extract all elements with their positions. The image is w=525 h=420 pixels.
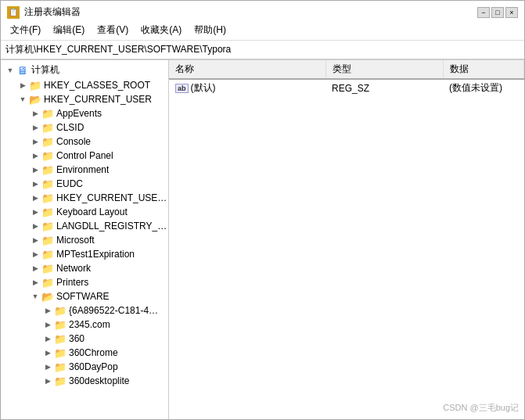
toggle-sub3[interactable]: ▶ — [41, 332, 54, 345]
window-title: 注册表编辑器 — [24, 5, 81, 19]
col-type: 类型 — [325, 60, 443, 79]
label-eudc: EUDC — [56, 178, 83, 189]
toggle-console[interactable]: ▶ — [29, 135, 41, 148]
folder-icon-hkcu: 📂 — [29, 93, 41, 106]
maximize-button[interactable]: □ — [491, 7, 504, 18]
tree-item-printers[interactable]: ▶ 📁 Printers — [1, 275, 168, 289]
label-sub3: 360 — [69, 333, 85, 344]
toggle-eudc[interactable]: ▶ — [29, 178, 41, 190]
toggle-clsid[interactable]: ▶ — [29, 121, 41, 134]
tree-item-sub5[interactable]: ▶ 📁 360DayPop — [1, 360, 168, 374]
address-bar: 计算机\HKEY_CURRENT_USER\SOFTWARE\Typora — [1, 41, 524, 59]
toggle-control-panel[interactable]: ▶ — [29, 149, 41, 162]
tree-item-control-panel[interactable]: ▶ 📁 Control Panel — [1, 149, 168, 163]
toggle-microsoft[interactable]: ▶ — [29, 234, 41, 246]
toggle-sub6[interactable]: ▶ — [41, 375, 54, 387]
toggle-network[interactable]: ▶ — [29, 262, 41, 275]
label-microsoft: Microsoft — [56, 235, 95, 246]
label-hkcr: HKEY_CLASSES_ROOT — [44, 80, 150, 91]
toggle-appevents[interactable]: ▶ — [29, 107, 41, 120]
menu-bar: 文件(F) 编辑(E) 查看(V) 收藏夹(A) 帮助(H) — [1, 20, 524, 41]
folder-icon-sub3: 📁 — [54, 332, 67, 345]
tree-item-sub4[interactable]: ▶ 📁 360Chrome — [1, 346, 168, 360]
folder-icon-sub1: 📁 — [54, 304, 67, 317]
folder-icon-sub4: 📁 — [54, 346, 67, 359]
folder-icon-appevents: 📁 — [41, 107, 54, 120]
tree-item-network[interactable]: ▶ 📁 Network — [1, 261, 168, 275]
label-sub2: 2345.com — [69, 319, 110, 330]
toggle-hkcu[interactable]: ▼ — [16, 93, 29, 106]
minimize-button[interactable]: − — [477, 7, 490, 18]
watermark: CSDN @三毛bug记 — [443, 402, 519, 414]
table-row[interactable]: ab (默认) REG_SZ (数值未设置) — [169, 79, 524, 96]
folder-icon-sub2: 📁 — [54, 318, 67, 331]
label-keyboard-layout: Keyboard Layout — [56, 206, 128, 217]
toggle-sub2[interactable]: ▶ — [41, 318, 54, 331]
tree-item-hkey-classes-root[interactable]: ▶ 📁 HKEY_CLASSES_ROOT — [1, 78, 168, 92]
folder-icon-mptest: 📁 — [41, 248, 54, 260]
tree-item-hkcu2[interactable]: ▶ 📁 HKEY_CURRENT_USE… — [1, 191, 168, 205]
toggle-environment[interactable]: ▶ — [29, 163, 41, 176]
toggle-hkcr[interactable]: ▶ — [16, 79, 29, 92]
tree-item-eudc[interactable]: ▶ 📁 EUDC — [1, 177, 168, 191]
toggle-sub4[interactable]: ▶ — [41, 346, 54, 359]
registry-editor-window: 📋 注册表编辑器 − □ × 文件(F) 编辑(E) 查看(V) 收藏夹(A) … — [0, 0, 525, 420]
tree-item-sub1[interactable]: ▶ 📁 {6A896522-C181-4… — [1, 303, 168, 318]
folder-icon-software: 📂 — [41, 290, 54, 303]
toggle-keyboard-layout[interactable]: ▶ — [29, 206, 41, 218]
menu-view[interactable]: 查看(V) — [91, 22, 135, 38]
folder-icon-environment: 📁 — [41, 163, 54, 176]
registry-table: 名称 类型 数据 ab (默认) — [169, 60, 524, 419]
folder-icon-console: 📁 — [41, 135, 54, 148]
main-content: ▼ 🖥 计算机 ▶ 📁 HKEY_CLASSES_ROOT ▼ 📂 HKEY_C… — [1, 59, 524, 419]
tree-item-sub3[interactable]: ▶ 📁 360 — [1, 332, 168, 346]
folder-icon-sub6: 📁 — [54, 375, 67, 387]
tree-item-microsoft[interactable]: ▶ 📁 Microsoft — [1, 233, 168, 247]
tree-item-hkcu[interactable]: ▼ 📂 HKEY_CURRENT_USER — [1, 92, 168, 106]
folder-icon-sub5: 📁 — [54, 361, 67, 373]
folder-icon-microsoft: 📁 — [41, 234, 54, 246]
toggle-mptest[interactable]: ▶ — [29, 248, 41, 260]
tree-item-console[interactable]: ▶ 📁 Console — [1, 135, 168, 149]
tree-item-sub6[interactable]: ▶ 📁 360desktoplite — [1, 374, 168, 388]
folder-icon-eudc: 📁 — [41, 178, 54, 190]
tree-item-keyboard-layout[interactable]: ▶ 📁 Keyboard Layout — [1, 205, 168, 219]
tree-item-clsid[interactable]: ▶ 📁 CLSID — [1, 120, 168, 135]
toggle-langdll[interactable]: ▶ — [29, 220, 41, 232]
toggle-hkcu2[interactable]: ▶ — [29, 192, 41, 204]
folder-icon-langdll: 📁 — [41, 220, 54, 232]
toggle-software[interactable]: ▼ — [29, 290, 41, 303]
menu-file[interactable]: 文件(F) — [4, 22, 47, 38]
folder-icon-network: 📁 — [41, 262, 54, 275]
window-controls: − □ × — [477, 7, 518, 18]
toggle-sub5[interactable]: ▶ — [41, 361, 54, 373]
label-langdll: LANGDLL_REGISTRY_… — [56, 221, 167, 232]
menu-help[interactable]: 帮助(H) — [188, 22, 232, 38]
tree-item-langdll[interactable]: ▶ 📁 LANGDLL_REGISTRY_… — [1, 219, 168, 233]
menu-favorites[interactable]: 收藏夹(A) — [135, 22, 188, 38]
computer-icon: 🖥 — [16, 64, 29, 77]
label-printers: Printers — [56, 277, 88, 288]
tree-item-software[interactable]: ▼ 📂 SOFTWARE — [1, 289, 168, 303]
label-sub5: 360DayPop — [69, 361, 118, 372]
computer-label: 计算机 — [31, 63, 59, 77]
folder-icon-hkcr: 📁 — [29, 79, 41, 92]
tree-item-mptest[interactable]: ▶ 📁 MPTest1Expiration — [1, 247, 168, 261]
entry-name: (默认) — [191, 81, 216, 95]
ab-icon: ab — [175, 84, 189, 93]
toggle-computer[interactable]: ▼ — [4, 64, 16, 77]
menu-edit[interactable]: 编辑(E) — [47, 22, 91, 38]
toggle-printers[interactable]: ▶ — [29, 276, 41, 289]
folder-icon-printers: 📁 — [41, 276, 54, 289]
tree-item-computer[interactable]: ▼ 🖥 计算机 — [1, 62, 168, 78]
tree-panel[interactable]: ▼ 🖥 计算机 ▶ 📁 HKEY_CLASSES_ROOT ▼ 📂 HKEY_C… — [1, 60, 169, 419]
tree-item-appevents[interactable]: ▶ 📁 AppEvents — [1, 106, 168, 120]
tree-item-sub2[interactable]: ▶ 📁 2345.com — [1, 318, 168, 332]
label-console: Console — [56, 136, 91, 147]
address-path: 计算机\HKEY_CURRENT_USER\SOFTWARE\Typora — [5, 43, 231, 56]
toggle-sub1[interactable]: ▶ — [41, 304, 54, 317]
cell-data: (数值未设置) — [443, 79, 524, 96]
tree-item-environment[interactable]: ▶ 📁 Environment — [1, 163, 168, 177]
close-button[interactable]: × — [505, 7, 518, 18]
label-environment: Environment — [56, 164, 109, 175]
